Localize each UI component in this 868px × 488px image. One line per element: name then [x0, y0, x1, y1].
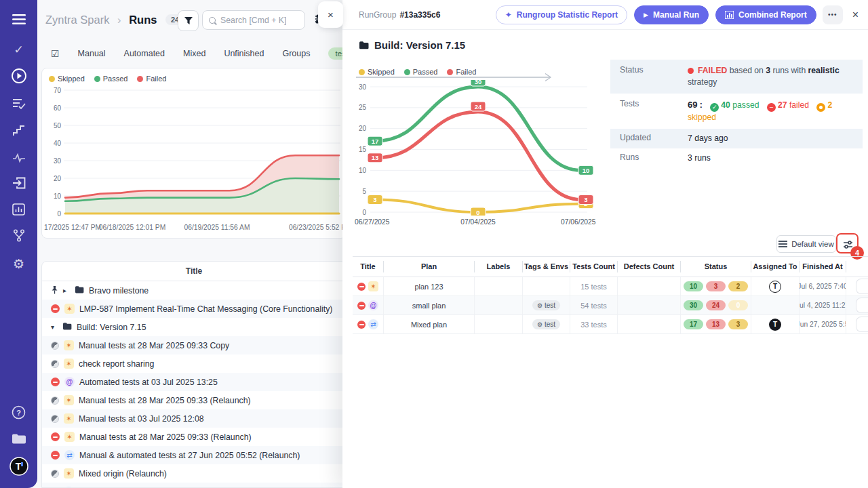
row-action-button-cutoff[interactable] — [856, 317, 868, 332]
menu-icon[interactable] — [0, 13, 37, 25]
branch-icon[interactable] — [0, 229, 37, 242]
plan-link[interactable]: Mixed plan — [411, 321, 447, 329]
run-title[interactable]: Manual & automated tests at 27 Jun 2025 … — [79, 451, 300, 460]
tab-groups[interactable]: Groups — [282, 49, 310, 58]
svg-text:3: 3 — [584, 196, 587, 203]
plan-link[interactable]: plan 123 — [414, 283, 443, 291]
tab-mixed[interactable]: Mixed — [183, 49, 205, 58]
row-action-button-cutoff[interactable] — [856, 279, 868, 294]
summary-updated-row: Updated 7 days ago — [610, 129, 863, 148]
tests-count: 33 tests — [570, 315, 618, 333]
view-list-icon — [778, 241, 787, 247]
rungroup-table-row[interactable]: @small plan⚙test54 tests30240Jul 4, 2025… — [353, 296, 868, 315]
projects-folder-icon[interactable] — [0, 432, 37, 445]
rungroup-drawer: × RunGroup #13a335c6 ✦ Rungroup Statisti… — [342, 0, 868, 488]
chart-legend: Skipped Passed Failed — [49, 75, 166, 83]
run-title[interactable]: check report sharing — [79, 359, 154, 369]
run-title[interactable]: Manual tests at 28 Mar 2025 09:33 (Relau… — [79, 432, 252, 442]
run-title[interactable]: Manual tests at 28 Mar 2025 09:33 (Relau… — [79, 396, 251, 405]
default-view-button[interactable]: Default view — [776, 235, 836, 253]
runs-play-icon[interactable] — [0, 68, 37, 84]
sidebar: ✓ ⚙ ? T — [0, 0, 37, 488]
finished-at: Jul 4, 2025 11:27 — [800, 296, 846, 314]
runs-list-row[interactable]: ✶LMP-587 Implement Real-Time Chat Messag… — [42, 300, 342, 318]
run-title[interactable]: Automated tests at 03 Jul 2025 13:25 — [79, 378, 218, 387]
runs-list-row[interactable]: ✶Manual tests at 03 Jul 2025 12:08 — [42, 409, 342, 428]
filter-button[interactable] — [178, 10, 199, 31]
svg-text:30: 30 — [359, 83, 367, 91]
automated-run-icon: @ — [64, 377, 75, 387]
status-count-pill: 0 — [728, 300, 748, 310]
tab-unfinished[interactable]: Unfinished — [224, 49, 264, 58]
run-title[interactable]: Manual tests at 03 Jul 2025 12:08 — [79, 414, 204, 424]
rungroup-runs-table: Title Plan Labels Tags & Envs Tests Coun… — [353, 256, 868, 334]
runs-list-title-header[interactable]: Title — [42, 262, 342, 281]
run-title[interactable]: LMP-587 Implement Real-Time Chat Messagi… — [79, 304, 332, 314]
x-tick: 07/04/2025 — [460, 218, 496, 226]
svg-text:40: 40 — [54, 140, 62, 147]
tab-select-icon[interactable]: ☑ — [51, 48, 60, 59]
assignee-avatar[interactable]: T — [769, 281, 781, 293]
import-icon[interactable] — [0, 176, 37, 189]
settings-gear-icon[interactable]: ⚙ — [0, 256, 37, 272]
bar-chart-icon — [725, 11, 734, 19]
passed-check-icon: ✓ — [710, 103, 719, 112]
runs-list-row[interactable]: ✶Manual tests at 28 Mar 2025 09:33 Copy — [42, 336, 342, 354]
tests-check-icon[interactable]: ✓ — [0, 43, 37, 57]
drawer-header: RunGroup #13a335c6 ✦ Rungroup Statistic … — [342, 0, 868, 30]
runs-list-row[interactable]: ⇄Manual & automated tests at 27 Jun 2025… — [42, 446, 342, 464]
plan-link[interactable]: small plan — [412, 302, 446, 310]
rungroup-statistic-report-button[interactable]: ✦ Rungroup Statistic Report — [496, 5, 627, 24]
row-action-button-cutoff[interactable] — [856, 298, 868, 313]
tab-test-work-pill[interactable]: test work — [328, 47, 342, 60]
plans-list-icon[interactable] — [0, 97, 37, 109]
breadcrumb-section[interactable]: Runs — [129, 14, 157, 26]
run-title[interactable]: Bravo milestone — [89, 286, 149, 296]
runs-list-row[interactable]: ✶Manual tests at 28 Mar 2025 09:33 (Rela… — [42, 391, 342, 409]
mixed-run-icon: ⇄ — [64, 450, 75, 460]
runs-list-row[interactable]: ▸Bravo milestone — [42, 281, 342, 300]
assignee-avatar[interactable]: T — [769, 319, 781, 331]
expander-right-icon[interactable]: ▸ — [63, 287, 70, 294]
reports-chart-icon[interactable] — [0, 203, 37, 216]
activity-pulse-icon[interactable] — [0, 151, 37, 163]
run-title[interactable]: Mixed origin (Relaunch) — [79, 469, 167, 479]
skipped-dot-icon — [816, 103, 825, 112]
svg-text:0: 0 — [476, 209, 479, 216]
runs-list-row[interactable]: ⇄ — [42, 483, 342, 488]
runs-list-body: ▸Bravo milestone✶LMP-587 Implement Real-… — [42, 281, 342, 488]
svg-text:70: 70 — [54, 87, 62, 94]
workspace-logo-avatar[interactable]: T — [0, 457, 37, 476]
drawer-close-tab-button[interactable]: × — [318, 1, 343, 28]
tab-manual[interactable]: Manual — [78, 49, 106, 58]
help-icon[interactable]: ? — [0, 405, 37, 420]
rungroup-table-row[interactable]: ✶plan 12315 tests1032TJul 6, 2025 7:40 — [353, 277, 868, 296]
runs-list-row[interactable]: ✶Mixed origin (Relaunch) — [42, 464, 342, 483]
manual-run-icon: ✶ — [64, 413, 74, 424]
run-title[interactable]: Manual tests at 28 Mar 2025 09:33 Copy — [79, 341, 229, 350]
breadcrumb-project[interactable]: Zyntra Spark — [45, 14, 109, 26]
more-actions-button[interactable]: ••• — [823, 5, 843, 24]
runs-list-row[interactable]: ✶Manual tests at 28 Mar 2025 09:33 (Rela… — [42, 428, 342, 446]
drawer-close-icon[interactable]: × — [852, 9, 859, 21]
tab-automated[interactable]: Automated — [124, 49, 165, 58]
combined-report-button[interactable]: Combined Report — [715, 5, 816, 24]
runs-list-row[interactable]: ▾Build: Version 7.15 — [42, 318, 342, 336]
search-icon — [209, 17, 216, 24]
runs-list-row[interactable]: @Automated tests at 03 Jul 2025 13:25 — [42, 373, 342, 391]
failed-minus-icon: – — [767, 103, 776, 112]
status-count-pill: 3 — [706, 281, 726, 291]
expander-down-icon[interactable]: ▾ — [51, 323, 58, 331]
status-neutral-icon — [51, 396, 59, 405]
svg-text:15: 15 — [359, 146, 367, 153]
legend-failed: Failed — [137, 75, 166, 83]
rungroup-table-row[interactable]: ⇄Mixed plan⚙test33 tests17133TJun 27, 20… — [353, 315, 868, 334]
manual-run-button[interactable]: ▶ Manual Run — [634, 5, 709, 24]
run-title[interactable]: Build: Version 7.15 — [77, 323, 146, 332]
milestones-steps-icon[interactable] — [0, 124, 37, 136]
legend-passed: Passed — [94, 75, 128, 83]
runs-list-row[interactable]: ✶check report sharing — [42, 354, 342, 373]
search-input[interactable]: Search [Cmd + K] — [202, 10, 305, 30]
status-count-pill: 10 — [684, 281, 703, 291]
summary-tests-row: Tests 69 : ✓40 passed –27 failed 2 skipp… — [610, 94, 863, 129]
